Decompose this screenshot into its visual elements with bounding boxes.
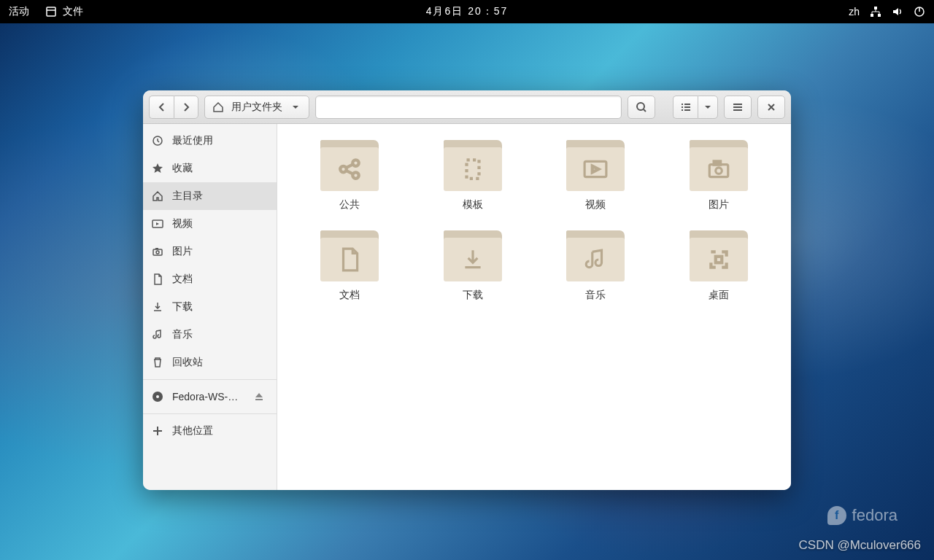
sidebar-separator [143, 379, 277, 380]
folder-download[interactable]: 下载 [422, 230, 524, 302]
sidebar-item-label: 其他位置 [172, 424, 213, 438]
network-icon[interactable] [870, 6, 881, 18]
svg-rect-3 [871, 14, 873, 17]
clock-icon [152, 135, 163, 147]
svg-point-32 [353, 172, 360, 179]
sidebar-item-download[interactable]: 下载 [143, 293, 277, 321]
location-entry[interactable] [315, 96, 622, 119]
chevron-down-icon [702, 101, 714, 113]
activities-button[interactable]: 活动 [9, 5, 29, 18]
folder-document[interactable]: 文档 [299, 230, 401, 302]
star-icon [152, 163, 163, 174]
pathbar-label: 用户文件夹 [231, 101, 282, 114]
svg-rect-17 [682, 109, 683, 111]
svg-rect-37 [714, 161, 720, 164]
svg-rect-16 [684, 106, 690, 108]
hamburger-menu-button[interactable] [724, 96, 752, 119]
sidebar-item-star[interactable]: 收藏 [143, 155, 277, 182]
sidebar-item-label: 视频 [172, 217, 193, 230]
svg-point-36 [716, 168, 722, 174]
folder-template[interactable]: 模板 [422, 140, 524, 211]
close-button[interactable] [757, 96, 785, 119]
forward-button[interactable] [174, 96, 198, 119]
folder-music[interactable]: 音乐 [545, 230, 647, 302]
trash-icon [152, 357, 163, 368]
svg-rect-29 [255, 399, 263, 400]
folder-grid[interactable]: 公共 模板 视频 图片 文档 下载 音乐 [277, 124, 791, 490]
folder-label: 公共 [339, 198, 360, 211]
svg-point-31 [353, 160, 360, 166]
chevron-left-icon [156, 101, 168, 113]
disc-icon [152, 391, 163, 402]
sidebar-item-label: Fedora-WS-L… [172, 391, 242, 402]
search-button[interactable] [628, 96, 655, 119]
folder-share[interactable]: 公共 [299, 140, 401, 211]
sidebar-item-home[interactable]: 主目录 [143, 182, 277, 210]
svg-rect-2 [874, 7, 877, 9]
sidebar-item-clock[interactable]: 最近使用 [143, 127, 277, 155]
sidebar-item-label: 主目录 [172, 190, 203, 203]
svg-rect-14 [684, 104, 690, 105]
svg-rect-20 [733, 106, 742, 108]
svg-rect-4 [878, 14, 881, 17]
video-icon [152, 218, 163, 230]
view-options-button[interactable] [698, 96, 718, 119]
headerbar: 用户文件夹 [143, 90, 791, 124]
list-icon [680, 101, 692, 113]
eject-icon [253, 391, 265, 402]
sidebar-item-other-locations[interactable]: 其他位置 [143, 417, 277, 445]
folder-label: 桌面 [709, 289, 729, 302]
svg-point-25 [156, 251, 159, 254]
fedora-logo: f fedora [827, 506, 898, 525]
camera-icon [152, 246, 163, 257]
folder-label: 图片 [709, 198, 729, 211]
folder-camera[interactable]: 图片 [668, 140, 770, 211]
sidebar-item-label: 最近使用 [172, 134, 213, 147]
folder-label: 模板 [463, 198, 483, 211]
power-icon[interactable] [914, 6, 925, 18]
sidebar-item-document[interactable]: 文档 [143, 265, 277, 293]
svg-rect-15 [682, 106, 683, 108]
folder-icon [320, 140, 379, 191]
sidebar-item-camera[interactable]: 图片 [143, 238, 277, 265]
fedora-text: fedora [852, 506, 898, 525]
search-icon [636, 101, 647, 113]
sidebar-item-video[interactable]: 视频 [143, 210, 277, 238]
input-method-indicator[interactable]: zh [849, 6, 860, 18]
back-button[interactable] [149, 96, 174, 119]
svg-rect-18 [684, 109, 690, 111]
folder-label: 音乐 [585, 289, 606, 302]
sidebar-item-music[interactable]: 音乐 [143, 321, 277, 349]
download-icon [152, 301, 163, 313]
folder-icon [444, 230, 502, 281]
svg-rect-19 [733, 104, 742, 105]
sidebar-item-label: 收藏 [172, 162, 193, 175]
eject-button[interactable] [251, 388, 268, 405]
pathbar[interactable]: 用户文件夹 [204, 96, 309, 119]
folder-icon [566, 140, 625, 191]
list-view-button[interactable] [673, 96, 698, 119]
folder-icon [690, 230, 748, 281]
svg-rect-21 [733, 109, 742, 111]
svg-rect-33 [466, 160, 479, 179]
sidebar-item-trash[interactable]: 回收站 [143, 349, 277, 376]
document-icon [152, 273, 163, 285]
watermark: CSDN @Mculover666 [799, 538, 921, 553]
hamburger-icon [732, 101, 744, 113]
folder-desktop[interactable]: 桌面 [668, 230, 770, 302]
close-icon [765, 101, 777, 113]
app-menu[interactable]: 文件 [45, 5, 83, 18]
svg-point-28 [156, 395, 159, 398]
folder-video[interactable]: 视频 [545, 140, 647, 211]
sidebar-item-disk[interactable]: Fedora-WS-L… [143, 383, 277, 411]
svg-rect-13 [682, 104, 683, 105]
sidebar-item-label: 图片 [172, 245, 193, 258]
app-menu-label: 文件 [63, 5, 83, 18]
volume-icon[interactable] [892, 6, 903, 18]
home-icon [212, 101, 224, 113]
folder-icon [566, 230, 625, 281]
clock[interactable]: 4月6日 20：57 [426, 5, 509, 18]
svg-point-11 [637, 103, 644, 110]
folder-icon [690, 140, 748, 191]
fedora-bubble-icon: f [827, 506, 846, 525]
